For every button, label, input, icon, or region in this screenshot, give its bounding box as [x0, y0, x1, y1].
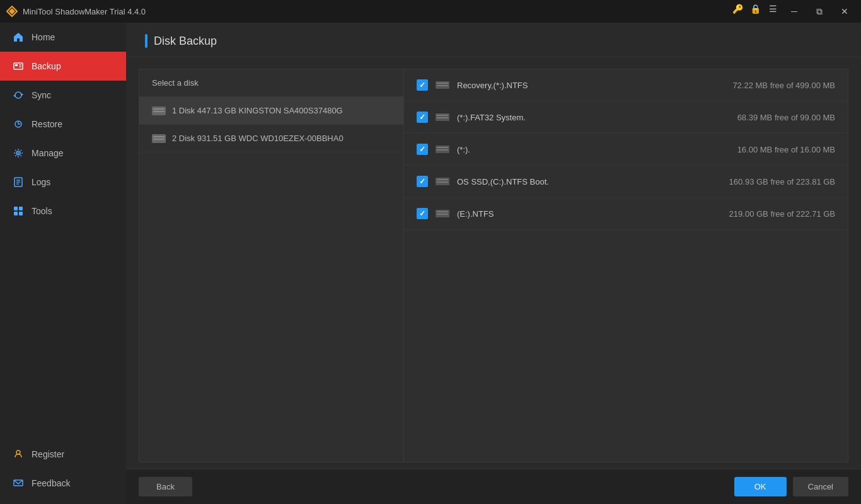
partition-5-drive-icon: [436, 210, 449, 217]
cancel-button[interactable]: Cancel: [793, 477, 848, 496]
disk-item-2[interactable]: 2 Disk 931.51 GB WDC WD10EZEX-00BBHA0: [139, 125, 403, 152]
svg-point-10: [18, 152, 20, 154]
disk-list: 1 Disk 447.13 GB KINGSTON SA400S37480G 2…: [139, 97, 403, 152]
partition-1-checkbox[interactable]: [417, 79, 428, 91]
svg-point-19: [16, 450, 20, 454]
titlebar: MiniTool ShadowMaker Trial 4.4.0 🔑 🔒 ☰ ─…: [0, 0, 861, 23]
restore-icon: [13, 118, 24, 130]
home-icon: [13, 32, 24, 43]
sidebar-item-logs[interactable]: Logs: [0, 168, 126, 197]
logs-label: Logs: [32, 177, 50, 187]
disk-list-header: Select a disk: [139, 69, 403, 97]
svg-rect-17: [14, 212, 18, 215]
bottom-bar: Back OK Cancel: [126, 469, 861, 504]
partition-1-size: 72.22 MB free of 499.00 MB: [732, 81, 835, 90]
sidebar-item-sync[interactable]: Sync: [0, 81, 126, 110]
partition-item-1: Recovery,(*:).NTFS 72.22 MB free of 499.…: [404, 69, 848, 101]
partition-4-drive-icon: [436, 178, 449, 185]
sidebar-item-register[interactable]: Register: [0, 440, 126, 469]
partition-5-name: (E:).NTFS: [457, 209, 722, 219]
sync-icon: [13, 89, 24, 101]
svg-marker-7: [13, 94, 15, 97]
disk-1-label: 1 Disk 447.13 GB KINGSTON SA400S37480G: [172, 106, 343, 115]
partition-4-checkbox[interactable]: [417, 176, 428, 187]
sync-label: Sync: [32, 90, 51, 100]
svg-rect-15: [14, 207, 18, 210]
disk-panel: Select a disk 1 Disk 447.13 GB KINGSTON …: [139, 69, 848, 462]
partition-2-checkbox[interactable]: [417, 112, 428, 123]
partition-panel: Recovery,(*:).NTFS 72.22 MB free of 499.…: [404, 69, 848, 462]
disk-item-1[interactable]: 1 Disk 447.13 GB KINGSTON SA400S37480G: [139, 97, 403, 125]
partition-2-drive-icon: [436, 113, 449, 121]
menu-icon[interactable]: ☰: [766, 3, 779, 15]
manage-icon: [13, 147, 24, 159]
app-title: MiniTool ShadowMaker Trial 4.4.0: [23, 7, 731, 16]
page-title-accent: [145, 34, 147, 48]
manage-label: Manage: [32, 148, 64, 158]
minimize-button[interactable]: ─: [784, 3, 804, 20]
action-buttons: OK Cancel: [734, 477, 848, 496]
sidebar-item-manage[interactable]: Manage: [0, 139, 126, 168]
partition-3-size: 16.00 MB free of 16.00 MB: [737, 145, 835, 154]
sidebar-item-feedback[interactable]: Feedback: [0, 469, 126, 498]
feedback-icon: [13, 478, 24, 489]
tools-icon: [13, 205, 24, 217]
sidebar-item-tools[interactable]: Tools: [0, 197, 126, 226]
home-label: Home: [32, 32, 55, 42]
partition-1-drive-icon: [436, 81, 449, 89]
backup-icon: [13, 60, 24, 72]
partition-4-name: OS SSD,(C:).NTFS Boot.: [457, 177, 722, 186]
partition-3-drive-icon: [436, 146, 449, 153]
sidebar-item-backup[interactable]: Backup: [0, 52, 126, 81]
register-label: Register: [32, 449, 64, 459]
partition-3-checkbox[interactable]: [417, 144, 428, 155]
page-header: Disk Backup: [126, 23, 861, 57]
svg-marker-6: [21, 93, 23, 96]
disk-list-panel: Select a disk 1 Disk 447.13 GB KINGSTON …: [139, 69, 404, 462]
partition-4-size: 160.93 GB free of 223.81 GB: [729, 177, 835, 186]
svg-rect-3: [15, 64, 18, 66]
disk-2-label: 2 Disk 931.51 GB WDC WD10EZEX-00BBHA0: [172, 134, 344, 143]
partition-1-name: Recovery,(*:).NTFS: [457, 81, 725, 90]
disk-drive-icon: [152, 106, 166, 115]
restore-button[interactable]: ⧉: [809, 3, 829, 20]
partition-item-3: (*:). 16.00 MB free of 16.00 MB: [404, 134, 848, 166]
partition-3-name: (*:).: [457, 145, 730, 154]
restore-label: Restore: [32, 119, 62, 129]
partition-item-2: (*:).FAT32 System. 68.39 MB free of 99.0…: [404, 101, 848, 134]
svg-rect-18: [19, 212, 23, 215]
disk-drive-icon-2: [152, 134, 166, 143]
partition-item-4: OS SSD,(C:).NTFS Boot. 160.93 GB free of…: [404, 166, 848, 198]
key-icon[interactable]: 🔑: [731, 3, 744, 15]
partition-5-checkbox[interactable]: [417, 208, 428, 219]
app-logo-icon: [6, 6, 18, 17]
sidebar: Home Backup Sy: [0, 23, 126, 504]
feedback-label: Feedback: [32, 478, 70, 488]
logs-icon: [13, 176, 24, 188]
page-title: Disk Backup: [154, 35, 217, 48]
svg-rect-16: [19, 207, 23, 210]
sidebar-item-restore[interactable]: Restore: [0, 110, 126, 139]
backup-label: Backup: [32, 61, 61, 71]
lock-icon[interactable]: 🔒: [749, 3, 761, 15]
close-button[interactable]: ✕: [835, 3, 855, 20]
partition-5-size: 219.00 GB free of 222.71 GB: [729, 209, 835, 219]
tools-label: Tools: [32, 206, 52, 216]
sidebar-item-home[interactable]: Home: [0, 23, 126, 52]
content-area: Disk Backup Select a disk 1 Disk 447.13 …: [126, 23, 861, 504]
register-icon: [13, 449, 24, 460]
ok-button[interactable]: OK: [734, 477, 787, 496]
partition-2-name: (*:).FAT32 System.: [457, 113, 730, 122]
back-button[interactable]: Back: [139, 477, 192, 496]
partition-item-5: (E:).NTFS 219.00 GB free of 222.71 GB: [404, 198, 848, 230]
partition-2-size: 68.39 MB free of 99.00 MB: [737, 113, 835, 122]
